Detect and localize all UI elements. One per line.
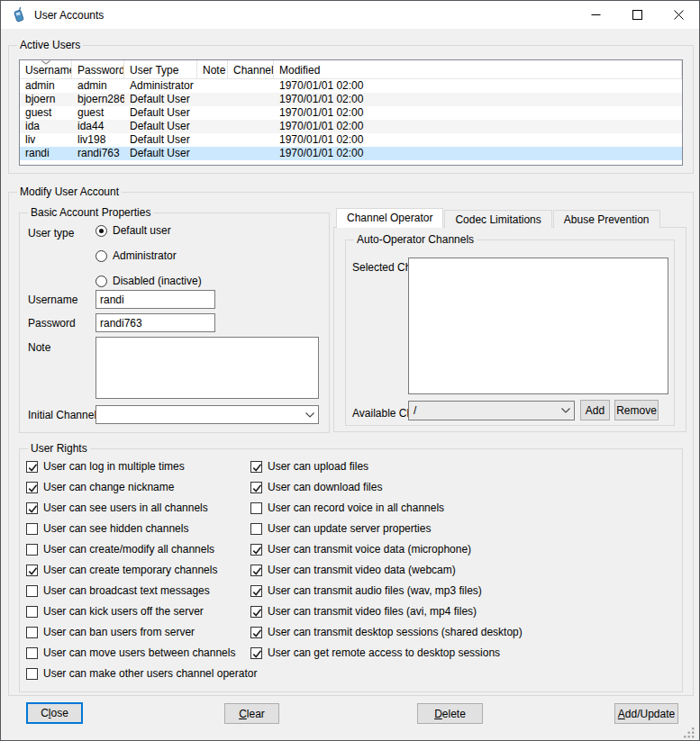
cell-password: bjoern286 <box>72 93 124 106</box>
cell-password: guest <box>72 106 124 120</box>
titlebar[interactable]: User Accounts <box>1 1 699 29</box>
users-table[interactable]: UsernamePasswordUser TypeNoteChannelModi… <box>19 59 683 166</box>
clear-button[interactable]: Clear <box>224 703 279 724</box>
column-header-channel[interactable]: Channel <box>228 60 274 78</box>
user-right-user-can-make-other-users-channel-operator[interactable]: User can make other users channel operat… <box>26 666 257 681</box>
checkbox-label: User can see users in all channels <box>43 502 208 514</box>
table-row-bjoern[interactable]: bjoernbjoern286Default User1970/01/01 02… <box>20 93 682 106</box>
checkbox-label: User can see hidden channels <box>43 522 188 535</box>
radio-selected-icon <box>95 225 107 237</box>
delete-button[interactable]: Delete <box>417 703 483 724</box>
tab-codec-limitations[interactable]: Codec Limitations <box>444 210 551 228</box>
cell-channel <box>228 106 274 120</box>
minimize-button[interactable] <box>575 1 616 29</box>
user-right-user-can-create-modify-all-channels[interactable]: User can create/modify all channels <box>26 542 257 556</box>
checkbox-label: User can transmit audio files (wav, mp3 … <box>268 584 482 597</box>
user-type-radio-administrator[interactable]: Administrator <box>95 249 202 263</box>
user-right-user-can-transmit-video-data-webcam[interactable]: User can transmit video data (webcam) <box>250 563 523 577</box>
radio-label: Disabled (inactive) <box>113 275 202 287</box>
user-rights-left-column: User can log in multiple timesUser can c… <box>26 459 257 687</box>
checkbox-checked-icon <box>26 502 38 514</box>
available-channels-value: / <box>409 404 558 417</box>
user-right-user-can-create-temporary-channels[interactable]: User can create temporary channels <box>26 563 257 577</box>
add-channel-button[interactable]: Add <box>580 400 610 420</box>
user-right-user-can-see-hidden-channels[interactable]: User can see hidden channels <box>26 521 257 536</box>
checkbox-checked-icon <box>250 544 262 556</box>
initial-channel-combobox[interactable] <box>95 405 319 424</box>
user-right-user-can-ban-users-from-server[interactable]: User can ban users from server <box>26 625 257 639</box>
minimize-icon <box>591 10 601 20</box>
cell-password: randi763 <box>72 147 124 160</box>
user-right-user-can-transmit-video-files-avi-mp4-files[interactable]: User can transmit video files (avi, mp4 … <box>250 604 523 619</box>
cell-user_type: Default User <box>124 147 197 160</box>
maximize-icon <box>632 10 642 20</box>
column-header-note[interactable]: Note <box>197 60 228 78</box>
cell-user_type: Default User <box>124 133 197 147</box>
user-rights-right-column: User can upload filesUser can download f… <box>250 459 523 666</box>
initial-channel-label: Initial Channel <box>28 408 96 422</box>
tab-channel-operator[interactable]: Channel Operator <box>336 208 443 228</box>
cell-modified: 1970/01/01 02:00 <box>274 133 682 147</box>
tab-abuse-prevention[interactable]: Abuse Prevention <box>553 210 660 228</box>
user-type-radio-disabled-inactive[interactable]: Disabled (inactive) <box>95 274 202 288</box>
available-channels-combobox[interactable]: / <box>408 401 575 420</box>
checkbox-checked-icon <box>26 461 38 473</box>
user-right-user-can-broadcast-text-messages[interactable]: User can broadcast text messages <box>26 583 257 598</box>
checkbox-label: User can create temporary channels <box>43 564 217 576</box>
user-right-user-can-kick-users-off-the-server[interactable]: User can kick users off the server <box>26 604 257 619</box>
checkbox-label: User can record voice in all channels <box>268 502 444 514</box>
user-right-user-can-record-voice-in-all-channels[interactable]: User can record voice in all channels <box>250 501 523 515</box>
column-header-modified[interactable]: Modified <box>274 60 682 78</box>
radio-label: Default user <box>113 224 171 237</box>
close-button[interactable] <box>658 1 699 29</box>
checkbox-label: User can transmit voice data (microphone… <box>268 543 471 556</box>
auto-operator-channels-group-title: Auto-Operator Channels <box>354 233 477 247</box>
cell-username: bjoern <box>20 93 72 106</box>
table-row-liv[interactable]: livliv198Default User1970/01/01 02:00 <box>20 133 682 147</box>
user-right-user-can-update-server-properties[interactable]: User can update server properties <box>250 521 523 536</box>
checkbox-unchecked-icon <box>26 627 38 638</box>
checkbox-label: User can broadcast text messages <box>43 584 210 597</box>
checkbox-label: User can log in multiple times <box>43 460 185 473</box>
user-right-user-can-see-users-in-all-channels[interactable]: User can see users in all channels <box>26 501 257 515</box>
table-row-ida[interactable]: idaida44Default User1970/01/01 02:00 <box>20 120 682 133</box>
checkbox-checked-icon <box>250 461 262 473</box>
add-update-button[interactable]: Add/Update <box>614 703 678 724</box>
column-header-username[interactable]: Username <box>20 60 72 78</box>
remove-channel-button[interactable]: Remove <box>614 400 659 420</box>
active-users-group-title: Active Users <box>17 39 83 52</box>
column-header-user_type[interactable]: User Type <box>124 60 197 78</box>
tab-bar: Channel OperatorCodec LimitationsAbuse P… <box>336 208 661 228</box>
user-right-user-can-get-remote-access-to-desktop-sessions[interactable]: User can get remote access to desktop se… <box>250 646 523 660</box>
user-right-user-can-change-nickname[interactable]: User can change nickname <box>26 480 257 494</box>
basic-account-properties-group-title: Basic Account Properties <box>28 206 153 220</box>
cell-channel <box>228 79 274 93</box>
password-field[interactable] <box>95 313 215 332</box>
user-type-radio-group: Default userAdministratorDisabled (inact… <box>95 223 202 299</box>
selected-channels-listbox[interactable] <box>408 258 668 394</box>
user-right-user-can-upload-files[interactable]: User can upload files <box>250 459 523 474</box>
checkbox-unchecked-icon <box>26 647 38 659</box>
table-row-guest[interactable]: guestguestDefault User1970/01/01 02:00 <box>20 106 682 120</box>
username-field[interactable] <box>95 290 215 309</box>
checkbox-checked-icon <box>26 565 38 576</box>
user-right-user-can-transmit-desktop-sessions-shared-desktop[interactable]: User can transmit desktop sessions (shar… <box>250 625 523 639</box>
resize-grip[interactable] <box>683 727 695 739</box>
user-right-user-can-transmit-voice-data-microphone[interactable]: User can transmit voice data (microphone… <box>250 542 523 556</box>
close-dialog-button[interactable]: Close <box>26 702 83 724</box>
user-right-user-can-transmit-audio-files-wav-mp3-files[interactable]: User can transmit audio files (wav, mp3 … <box>250 583 523 598</box>
cell-channel <box>228 133 274 147</box>
user-right-user-can-download-files[interactable]: User can download files <box>250 480 523 494</box>
table-body: adminadminAdministrator1970/01/01 02:00b… <box>20 79 682 160</box>
user-right-user-can-move-users-between-channels[interactable]: User can move users between channels <box>26 646 257 660</box>
table-row-admin[interactable]: adminadminAdministrator1970/01/01 02:00 <box>20 79 682 93</box>
user-type-radio-default-user[interactable]: Default user <box>95 223 202 238</box>
cell-modified: 1970/01/01 02:00 <box>274 147 682 160</box>
cell-note <box>197 120 228 133</box>
user-right-user-can-log-in-multiple-times[interactable]: User can log in multiple times <box>26 459 257 474</box>
maximize-button[interactable] <box>616 1 658 29</box>
table-row-randi[interactable]: randirandi763Default User1970/01/01 02:0… <box>20 147 682 160</box>
column-header-password[interactable]: Password <box>72 60 124 78</box>
checkbox-unchecked-icon <box>26 544 38 556</box>
note-field[interactable] <box>95 337 319 399</box>
